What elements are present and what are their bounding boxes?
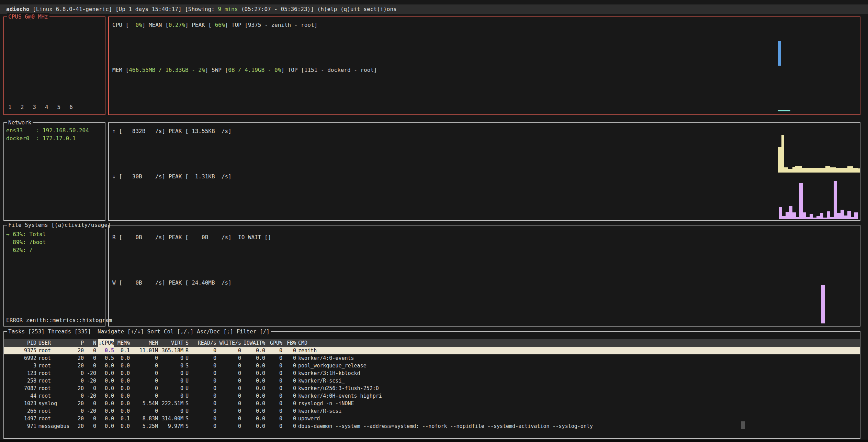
upload-bar <box>830 167 836 173</box>
task-cell: messagebus <box>38 422 73 430</box>
task-row[interactable]: 266root0-200.00.000U000.000kworker/R-scs… <box>4 407 860 415</box>
task-cell: 123 <box>7 369 36 377</box>
task-cell: 0.0 <box>98 422 114 430</box>
task-row[interactable]: 7087root2000.00.000U000.000kworker/u256:… <box>4 385 860 392</box>
task-cell: 0 <box>86 362 96 369</box>
task-cell: S <box>185 415 192 422</box>
upload-history-graph <box>778 134 860 173</box>
task-cell: 0 <box>218 392 241 400</box>
task-cell: -20 <box>86 377 96 385</box>
task-cell: 0 <box>75 392 84 400</box>
task-cell: 0.0 <box>98 415 114 422</box>
upload-bar <box>795 166 802 173</box>
column-header-cpu[interactable]: ↓CPU% <box>98 339 114 347</box>
task-cell: root <box>38 377 73 385</box>
column-header-p[interactable]: P <box>75 339 84 347</box>
task-cell: 0 <box>132 392 158 400</box>
download-bar <box>799 183 803 219</box>
task-cell: rsyslogd -n -iNONE <box>298 400 860 407</box>
task-cell: 0 <box>284 377 296 385</box>
cpu_dash-bar <box>778 110 790 111</box>
column-header-virt[interactable]: VIRT <box>160 339 183 347</box>
column-header-cmd[interactable]: CMD <box>298 339 860 347</box>
download-bar <box>844 216 847 219</box>
column-header-iowait[interactable]: IOWAIT% <box>243 339 265 347</box>
task-row[interactable]: 971messagebus2000.00.05.25M9.97MS000.000… <box>4 422 860 430</box>
task-cell: 0.0 <box>98 400 114 407</box>
task-cell: 0.0 <box>243 385 265 392</box>
cpu-usage-spike-graph <box>778 41 781 66</box>
cpu-label: CPU [ <box>112 22 129 28</box>
column-header-mem[interactable]: MEM% <box>116 339 130 347</box>
task-row[interactable]: 9375root2000.50.111.01M365.18MR000.000ze… <box>4 347 860 354</box>
column-header-writes[interactable]: WRITE/s <box>218 339 241 347</box>
column-header-reads[interactable]: READ/s <box>194 339 216 347</box>
task-cell: 0.0 <box>243 369 265 377</box>
column-header-n[interactable]: N <box>86 339 96 347</box>
task-cell: U <box>185 385 192 392</box>
task-cell: 0 <box>267 385 282 392</box>
task-cell: S <box>185 362 192 369</box>
task-row[interactable]: 6992root2000.50.000U000.000kworker/4:0-e… <box>4 354 860 362</box>
task-cell: 0.0 <box>98 362 114 369</box>
cpu-core-label: 5 <box>57 103 61 111</box>
task-row[interactable]: 1023syslog2000.00.05.54M222.51MS000.000r… <box>4 400 860 407</box>
upload-bar <box>784 167 788 173</box>
column-header-fb[interactable]: FB% <box>284 339 296 347</box>
cpu-core-label: 1 <box>8 103 12 111</box>
task-cell: kworker/u256:3-flush-252:0 <box>298 385 860 392</box>
task-cell: dbus-daemon --system --address=systemd: … <box>298 422 860 430</box>
download-bar <box>823 218 827 219</box>
task-cell: 0 <box>194 377 216 385</box>
task-cell: 0 <box>267 415 282 422</box>
column-header-mem[interactable]: MEM <box>132 339 158 347</box>
task-cell: U <box>185 392 192 400</box>
task-row[interactable]: 3root2000.00.000S000.000pool_workqueue_r… <box>4 362 860 369</box>
task-cell: 0.0 <box>98 407 114 415</box>
status-help-hints: (05:27:07 - 05:36:23)] (h)elp (q)uit sec… <box>238 6 396 12</box>
task-cell: 0 <box>284 400 296 407</box>
disk-read-line: R [ 0B /s] PEAK [ 0B /s] IO WAIT [] <box>112 234 271 241</box>
task-row[interactable]: 258root0-200.00.000U000.000kworker/R-scs… <box>4 377 860 385</box>
cpu-core-label: 4 <box>45 103 48 111</box>
column-header-pid[interactable]: PID <box>7 339 36 347</box>
column-header-gpu[interactable]: GPU% <box>267 339 282 347</box>
task-cell: 0 <box>194 422 216 430</box>
task-cell: 0 <box>218 362 241 369</box>
task-cell: root <box>38 362 73 369</box>
task-cell: 0.0 <box>98 385 114 392</box>
task-cell: 0.0 <box>243 354 265 362</box>
task-cell: 266 <box>7 407 36 415</box>
task-cell: 8.83M <box>132 415 158 422</box>
cpu-panel-title: CPUS 6@0 MHz <box>7 13 49 21</box>
task-cell: -20 <box>86 392 96 400</box>
task-row[interactable]: 44root0-200.00.000U000.000kworker/4:0H-e… <box>4 392 860 400</box>
task-cell: 0.0 <box>116 422 130 430</box>
task-cell: 0 <box>132 369 158 377</box>
task-cell: 0.0 <box>243 400 265 407</box>
column-header-user[interactable]: USER <box>38 339 73 347</box>
task-cell: 0 <box>86 385 96 392</box>
download-bar <box>803 212 806 219</box>
task-cell: 44 <box>7 392 36 400</box>
task-cell: -20 <box>86 407 96 415</box>
network-upload-line: ↑ [ 832B /s] PEAK [ 13.55KB /s] <box>112 128 232 135</box>
upload-bar <box>847 166 853 173</box>
download-bar <box>827 211 830 219</box>
task-cell: 0 <box>218 415 241 422</box>
task-cell: root <box>38 369 73 377</box>
filesystem-item: 62%: / <box>6 246 46 254</box>
column-header-s[interactable]: S <box>185 339 192 347</box>
task-cell: 0.0 <box>243 407 265 415</box>
task-row[interactable]: 123root0-200.00.000U000.000kworker/3:1H-… <box>4 369 860 377</box>
upload-bar <box>825 166 830 173</box>
download-history-graph <box>779 179 858 219</box>
task-cell: 0 <box>132 377 158 385</box>
task-cell: 0 <box>86 400 96 407</box>
task-row[interactable]: 1497root2000.00.18.83M314.00MS000.000upo… <box>4 415 860 422</box>
task-cell: 0 <box>160 369 183 377</box>
task-cell: 0 <box>86 422 96 430</box>
task-cell: R <box>185 347 192 354</box>
task-cell: kworker/R-scsi_ <box>298 377 860 385</box>
task-cell: 9375 <box>7 347 36 354</box>
